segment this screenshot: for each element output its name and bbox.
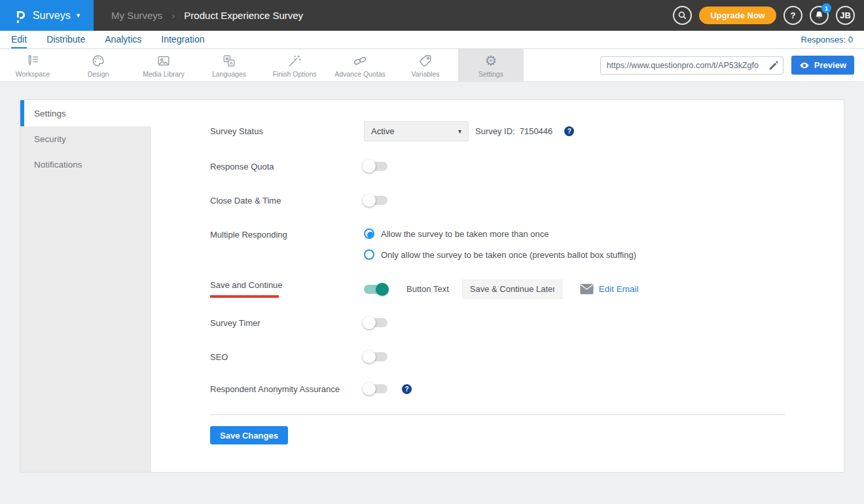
survey-id-label: Survey ID: — [475, 126, 515, 136]
toolbar-item-design[interactable]: Design — [65, 49, 131, 82]
design-palette-icon — [91, 54, 105, 68]
button-text-input[interactable] — [462, 279, 562, 299]
radio-option-multiple-allowed[interactable]: Allow the survey to be taken more than o… — [364, 228, 636, 239]
toggle-knob — [363, 316, 376, 329]
close-date-toggle[interactable] — [364, 196, 387, 205]
app-menu-label: Surveys — [33, 10, 71, 22]
preview-button[interactable]: Preview — [791, 56, 854, 75]
survey-status-label: Survey Status — [210, 126, 364, 136]
radio-option-label: Only allow the survey to be taken once (… — [381, 250, 636, 260]
responses-count[interactable]: Responses: 0 — [801, 31, 854, 48]
search-button[interactable] — [673, 6, 692, 25]
edit-email-link[interactable]: Edit Email — [599, 284, 639, 294]
radio-selected-icon — [364, 228, 374, 239]
respondent-anonymity-toggle[interactable] — [364, 384, 387, 393]
toolbar-item-variables[interactable]: Variables — [393, 49, 458, 82]
questionpro-logo-icon — [14, 8, 27, 24]
advance-quotas-link-icon — [353, 54, 367, 68]
toolbar-item-label: Design — [88, 70, 109, 78]
respondent-anonymity-row: Respondent Anonymity Assurance ? — [210, 382, 412, 395]
search-icon — [677, 10, 688, 21]
response-quota-label: Response Quota — [210, 162, 364, 171]
respondent-anonymity-label: Respondent Anonymity Assurance — [210, 384, 364, 394]
save-and-continue-row: Save and Continue Button Text Edit Email — [210, 279, 639, 299]
tab-analytics[interactable]: Analytics — [105, 31, 141, 48]
toolbar-item-advance-quotas[interactable]: Advance Quotas — [327, 49, 393, 82]
help-button[interactable]: ? — [783, 6, 802, 25]
toggle-knob — [363, 382, 376, 395]
save-and-continue-label-wrap: Save and Continue — [210, 280, 364, 298]
radio-option-label: Allow the survey to be taken more than o… — [381, 229, 549, 239]
toolbar-item-workspace[interactable]: Workspace — [0, 49, 65, 82]
preview-button-label: Preview — [814, 60, 846, 70]
radio-option-once-only[interactable]: Only allow the survey to be taken once (… — [364, 249, 636, 260]
button-text-label: Button Text — [406, 284, 449, 294]
tab-distribute[interactable]: Distribute — [46, 31, 85, 48]
form-divider — [210, 414, 785, 415]
toolbar-item-media-library[interactable]: Media Library — [131, 49, 196, 82]
save-changes-button[interactable]: Save Changes — [210, 426, 288, 444]
survey-timer-row: Survey Timer — [210, 316, 387, 329]
upgrade-now-button[interactable]: Upgrade Now — [699, 7, 776, 24]
red-highlight-underline — [210, 295, 279, 298]
app-switcher[interactable]: Surveys ▾ — [0, 0, 94, 31]
sidebar-item-notifications[interactable]: Notifications — [20, 152, 151, 177]
save-and-continue-toggle[interactable] — [364, 285, 387, 294]
multiple-responding-row: Multiple Responding Allow the survey to … — [210, 228, 636, 260]
save-and-continue-label: Save and Continue — [210, 280, 283, 290]
survey-status-value: Active — [371, 126, 394, 136]
close-date-row: Close Date & Time — [210, 194, 387, 207]
chevron-down-icon: ▾ — [77, 11, 81, 20]
notifications-button[interactable]: 1 — [810, 6, 829, 25]
sidebar-item-security[interactable]: Security — [20, 126, 151, 152]
toggle-knob — [363, 194, 376, 207]
languages-icon: A — [222, 54, 236, 68]
settings-panel: Settings Security Notifications Survey S… — [20, 99, 844, 473]
tab-edit[interactable]: Edit — [11, 31, 27, 48]
svg-text:A: A — [230, 60, 234, 65]
page-title: Product Experience Survey — [184, 10, 303, 21]
toolbar-item-label: Advance Quotas — [334, 70, 386, 78]
notification-count-badge: 1 — [821, 3, 831, 13]
toolbar-item-label: Workspace — [16, 70, 50, 78]
seo-row: SEO — [210, 350, 387, 363]
edit-toolbar: Workspace Design Media Library A Languag… — [0, 49, 864, 82]
settings-sidebar: Settings Security Notifications — [20, 100, 151, 472]
survey-status-dropdown[interactable]: Active ▾ — [364, 121, 469, 141]
toggle-knob — [363, 160, 376, 173]
media-library-icon — [156, 54, 171, 68]
eye-icon — [799, 60, 810, 71]
chevron-down-icon: ▾ — [458, 128, 461, 135]
survey-status-row: Survey Status Active ▾ Survey ID: 715044… — [210, 120, 574, 141]
edit-url-pencil-icon[interactable] — [768, 60, 780, 71]
breadcrumb-parent[interactable]: My Surveys — [111, 10, 162, 21]
survey-timer-toggle[interactable] — [364, 318, 387, 327]
toolbar-item-label: Finish Options — [272, 70, 316, 78]
multiple-responding-options: Allow the survey to be taken more than o… — [364, 228, 636, 260]
respondent-anonymity-help-icon[interactable]: ? — [402, 384, 412, 394]
toolbar-item-label: Variables — [412, 70, 440, 78]
toolbar-item-settings[interactable]: ⚙ Settings — [458, 49, 524, 82]
user-avatar[interactable]: JB — [836, 6, 855, 25]
response-quota-toggle[interactable] — [364, 162, 387, 171]
workspace-icon — [26, 54, 40, 68]
survey-id-help-icon[interactable]: ? — [564, 126, 574, 136]
finish-options-wand-icon — [287, 54, 302, 68]
response-quota-row: Response Quota — [210, 160, 387, 173]
toolbar-item-finish-options[interactable]: Finish Options — [262, 49, 327, 82]
tab-integration[interactable]: Integration — [161, 31, 204, 48]
toolbar-item-label: Languages — [212, 70, 246, 78]
seo-toggle[interactable] — [364, 352, 387, 361]
survey-nav: Edit Distribute Analytics Integration Re… — [0, 31, 864, 49]
sidebar-item-settings[interactable]: Settings — [20, 100, 151, 126]
survey-url-input[interactable] — [600, 56, 783, 75]
breadcrumb-separator: › — [171, 10, 175, 21]
settings-gear-icon: ⚙ — [485, 54, 497, 68]
survey-id-value: 7150446 — [520, 126, 553, 136]
header-actions: Upgrade Now ? 1 JB — [673, 6, 864, 25]
survey-timer-label: Survey Timer — [210, 318, 364, 328]
close-date-label: Close Date & Time — [210, 196, 364, 206]
toolbar-item-languages[interactable]: A Languages — [196, 49, 262, 82]
toggle-knob — [376, 283, 389, 296]
survey-url-group: Preview — [600, 49, 864, 81]
